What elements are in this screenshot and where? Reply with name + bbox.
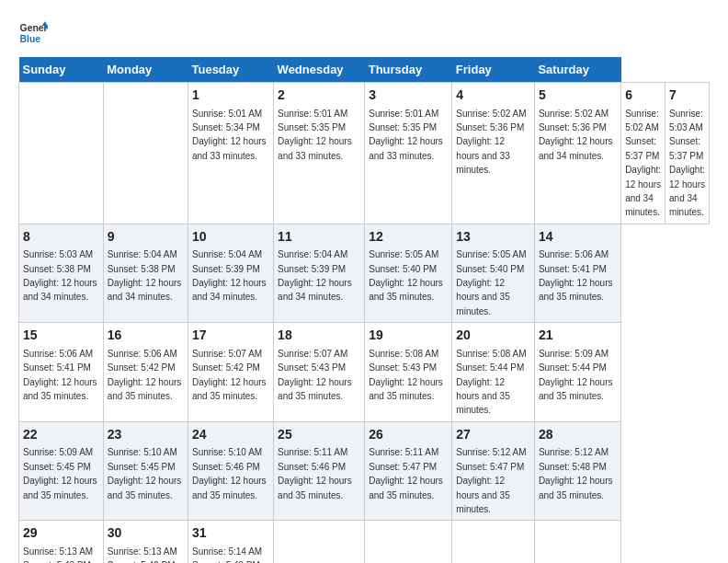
day-info: Sunrise: 5:04 AMSunset: 5:39 PMDaylight:… [278,249,352,302]
calendar-cell-29: 29 Sunrise: 5:13 AMSunset: 5:48 PMDaylig… [19,521,104,563]
day-number: 3 [369,86,448,105]
day-info: Sunrise: 5:07 AMSunset: 5:42 PMDaylight:… [192,349,267,401]
calendar-cell-2: 2 Sunrise: 5:01 AMSunset: 5:35 PMDayligh… [274,83,365,224]
calendar-cell-1: 1 Sunrise: 5:01 AMSunset: 5:34 PMDayligh… [188,83,273,224]
empty-cell [103,83,188,224]
calendar-table: SundayMondayTuesdayWednesdayThursdayFrid… [18,57,710,563]
day-number: 2 [278,86,360,105]
day-info: Sunrise: 5:06 AMSunset: 5:41 PMDaylight:… [539,249,613,302]
calendar-cell-26: 26 Sunrise: 5:11 AMSunset: 5:47 PMDaylig… [365,421,452,521]
day-header-sunday: Sunday [19,57,104,83]
calendar-cell-11: 11 Sunrise: 5:04 AMSunset: 5:39 PMDaylig… [274,224,365,323]
day-info: Sunrise: 5:07 AMSunset: 5:43 PMDaylight:… [278,349,352,401]
day-info: Sunrise: 5:11 AMSunset: 5:47 PMDaylight:… [369,447,443,500]
calendar-cell-20: 20 Sunrise: 5:08 AMSunset: 5:44 PMDaylig… [452,323,535,422]
day-info: Sunrise: 5:09 AMSunset: 5:44 PMDaylight:… [539,349,613,401]
calendar-cell-28: 28 Sunrise: 5:12 AMSunset: 5:48 PMDaylig… [534,421,620,521]
calendar-cell-7: 7 Sunrise: 5:03 AMSunset: 5:37 PMDayligh… [665,83,710,224]
calendar-cell-24: 24 Sunrise: 5:10 AMSunset: 5:46 PMDaylig… [188,421,273,521]
calendar-cell-6: 6 Sunrise: 5:02 AMSunset: 5:37 PMDayligh… [621,83,665,224]
calendar-cell-21: 21 Sunrise: 5:09 AMSunset: 5:44 PMDaylig… [534,323,620,422]
day-number: 31 [192,524,269,543]
day-info: Sunrise: 5:06 AMSunset: 5:42 PMDaylight:… [108,349,182,401]
day-number: 22 [23,426,99,444]
day-header-thursday: Thursday [365,57,452,83]
calendar-cell-8: 8 Sunrise: 5:03 AMSunset: 5:38 PMDayligh… [19,224,104,323]
day-number: 7 [669,86,705,105]
day-info: Sunrise: 5:08 AMSunset: 5:44 PMDaylight:… [456,349,526,416]
day-number: 20 [456,327,530,345]
day-info: Sunrise: 5:08 AMSunset: 5:43 PMDaylight:… [369,349,443,401]
day-number: 10 [192,228,269,247]
day-info: Sunrise: 5:14 AMSunset: 5:49 PMDaylight:… [192,546,267,563]
day-number: 24 [192,426,269,444]
calendar-cell-18: 18 Sunrise: 5:07 AMSunset: 5:43 PMDaylig… [274,323,365,422]
empty-cell [274,521,365,563]
calendar-cell-17: 17 Sunrise: 5:07 AMSunset: 5:42 PMDaylig… [188,323,273,422]
day-number: 17 [192,327,269,345]
day-number: 21 [539,327,617,345]
day-number: 14 [539,228,617,247]
day-info: Sunrise: 5:04 AMSunset: 5:38 PMDaylight:… [108,249,182,302]
svg-text:Blue: Blue [20,34,41,44]
day-info: Sunrise: 5:06 AMSunset: 5:41 PMDaylight:… [23,349,97,401]
logo-icon: General Blue [18,18,48,48]
day-info: Sunrise: 5:04 AMSunset: 5:39 PMDaylight:… [192,249,267,302]
day-info: Sunrise: 5:13 AMSunset: 5:48 PMDaylight:… [23,546,97,563]
empty-cell [452,521,535,563]
day-info: Sunrise: 5:09 AMSunset: 5:45 PMDaylight:… [23,447,97,500]
calendar-cell-14: 14 Sunrise: 5:06 AMSunset: 5:41 PMDaylig… [534,224,620,323]
calendar-cell-4: 4 Sunrise: 5:02 AMSunset: 5:36 PMDayligh… [452,83,535,224]
day-number: 18 [278,327,360,345]
calendar-cell-12: 12 Sunrise: 5:05 AMSunset: 5:40 PMDaylig… [365,224,452,323]
day-number: 4 [456,86,530,105]
day-header-wednesday: Wednesday [274,57,365,83]
day-number: 11 [278,228,360,247]
day-number: 1 [192,86,269,105]
calendar-cell-30: 30 Sunrise: 5:13 AMSunset: 5:49 PMDaylig… [103,521,188,563]
day-info: Sunrise: 5:10 AMSunset: 5:45 PMDaylight:… [108,447,182,500]
calendar-cell-9: 9 Sunrise: 5:04 AMSunset: 5:38 PMDayligh… [103,224,188,323]
day-number: 13 [456,228,530,247]
day-info: Sunrise: 5:02 AMSunset: 5:36 PMDaylight:… [539,109,613,161]
day-info: Sunrise: 5:05 AMSunset: 5:40 PMDaylight:… [369,249,443,302]
day-info: Sunrise: 5:02 AMSunset: 5:37 PMDaylight:… [625,109,661,218]
calendar-cell-10: 10 Sunrise: 5:04 AMSunset: 5:39 PMDaylig… [188,224,273,323]
day-number: 5 [539,86,617,105]
day-header-friday: Friday [452,57,535,83]
empty-cell [19,83,104,224]
calendar-cell-19: 19 Sunrise: 5:08 AMSunset: 5:43 PMDaylig… [365,323,452,422]
day-info: Sunrise: 5:05 AMSunset: 5:40 PMDaylight:… [456,249,526,316]
day-info: Sunrise: 5:12 AMSunset: 5:48 PMDaylight:… [539,447,613,500]
day-info: Sunrise: 5:10 AMSunset: 5:46 PMDaylight:… [192,447,267,500]
calendar-cell-31: 31 Sunrise: 5:14 AMSunset: 5:49 PMDaylig… [188,521,273,563]
day-info: Sunrise: 5:03 AMSunset: 5:38 PMDaylight:… [23,249,97,302]
calendar-cell-22: 22 Sunrise: 5:09 AMSunset: 5:45 PMDaylig… [19,421,104,521]
calendar-cell-25: 25 Sunrise: 5:11 AMSunset: 5:46 PMDaylig… [274,421,365,521]
calendar-cell-27: 27 Sunrise: 5:12 AMSunset: 5:47 PMDaylig… [452,421,535,521]
day-number: 29 [23,524,99,543]
logo: General Blue [18,18,48,48]
calendar-cell-23: 23 Sunrise: 5:10 AMSunset: 5:45 PMDaylig… [103,421,188,521]
day-info: Sunrise: 5:13 AMSunset: 5:49 PMDaylight:… [108,546,182,563]
day-header-monday: Monday [103,57,188,83]
day-info: Sunrise: 5:03 AMSunset: 5:37 PMDaylight:… [669,109,705,218]
day-info: Sunrise: 5:01 AMSunset: 5:35 PMDaylight:… [278,109,352,161]
day-number: 16 [108,327,184,345]
day-number: 28 [539,426,617,444]
day-info: Sunrise: 5:01 AMSunset: 5:35 PMDaylight:… [369,109,443,161]
day-number: 9 [108,228,184,247]
day-info: Sunrise: 5:02 AMSunset: 5:36 PMDaylight:… [456,109,526,176]
empty-cell [365,521,452,563]
day-number: 6 [625,86,661,105]
day-number: 12 [369,228,448,247]
day-info: Sunrise: 5:11 AMSunset: 5:46 PMDaylight:… [278,447,352,500]
calendar-cell-15: 15 Sunrise: 5:06 AMSunset: 5:41 PMDaylig… [19,323,104,422]
calendar-cell-3: 3 Sunrise: 5:01 AMSunset: 5:35 PMDayligh… [365,83,452,224]
empty-cell [534,521,620,563]
day-number: 25 [278,426,360,444]
header: General Blue [18,18,710,48]
day-number: 30 [108,524,184,543]
day-number: 23 [108,426,184,444]
day-number: 15 [23,327,99,345]
